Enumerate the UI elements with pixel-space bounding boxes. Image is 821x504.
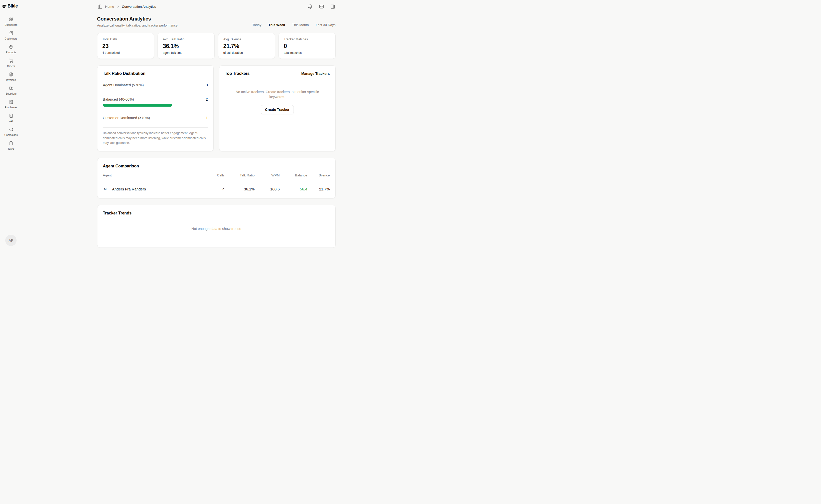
table-row[interactable]: AF Anders Fra Randers 4 36.1% 160.6 56.4…: [103, 181, 330, 193]
column-header-silence: Silence: [307, 173, 330, 177]
user-avatar[interactable]: AF: [5, 235, 17, 246]
sidebar-item-campaigns[interactable]: Campaigns: [0, 125, 22, 139]
sidebar-item-suppliers[interactable]: Suppliers: [0, 84, 22, 97]
tab-last-30-days[interactable]: Last 30 Days: [316, 23, 336, 27]
stat-sub: 4 transcribed: [102, 51, 149, 55]
sidebar-nav: Dashboard Customers Products Orders Invo…: [0, 15, 22, 152]
topbar-actions: [307, 4, 336, 10]
top-trackers-title: Top Trackers: [225, 71, 250, 76]
talk-ratio-row-balanced: Balanced (40-60%) 2: [103, 97, 208, 101]
talk-ratio-row-count: 2: [206, 97, 208, 101]
column-header-wpm: WPM: [255, 173, 280, 177]
brand-name: Bikie: [8, 4, 18, 9]
sidebar-item-invoices[interactable]: Invoices: [0, 70, 22, 84]
column-header-talk-ratio: Talk Ratio: [225, 173, 255, 177]
stat-sub: of call duration: [224, 51, 270, 55]
sidebar-item-vat[interactable]: VAT: [0, 111, 22, 125]
sidebar-item-label: Customers: [5, 37, 18, 40]
stat-value: 21.7%: [224, 43, 270, 50]
brand-logo-icon: [2, 4, 7, 9]
topbar: Home Conversation Analytics: [97, 0, 336, 10]
stat-sub: total matches: [284, 51, 330, 55]
top-trackers-card: Top Trackers Manage Trackers No active t…: [219, 65, 336, 151]
sidebar-item-label: Purchases: [5, 106, 17, 109]
sidebar-item-orders[interactable]: Orders: [0, 56, 22, 70]
mail-button[interactable]: [319, 4, 324, 10]
main-content: Home Conversation Analytics: [22, 0, 410, 252]
talk-ratio-row-customer-dominated: Customer Dominated (>70%) 1: [103, 116, 208, 120]
stat-card-avg-silence: Avg. Silence 21.7% of call duration: [218, 33, 275, 59]
page-subtitle: Analyze call quality, talk ratios, and t…: [97, 24, 177, 27]
divider: [103, 127, 208, 128]
sidebar-item-label: VAT: [9, 120, 14, 123]
time-filter-tabs: Today This Week This Month Last 30 Days: [252, 23, 335, 27]
agent-name: Anders Fra Randers: [112, 187, 146, 191]
stat-label: Avg. Silence: [224, 37, 270, 41]
talk-ratio-row-label: Agent Dominated (>70%): [103, 83, 144, 87]
talk-ratio-card: Talk Ratio Distribution Agent Dominated …: [97, 65, 214, 151]
agent-initials-badge: AF: [103, 187, 108, 190]
middle-row: Talk Ratio Distribution Agent Dominated …: [97, 65, 336, 151]
column-header-balance: Balance: [280, 173, 307, 177]
page-header: Conversation Analytics Analyze call qual…: [97, 16, 336, 27]
panel-right-icon: [330, 4, 335, 9]
sidebar-item-products[interactable]: Products: [0, 42, 22, 56]
breadcrumb: Home Conversation Analytics: [97, 4, 156, 10]
stat-card-total-calls: Total Calls 23 4 transcribed: [97, 33, 154, 59]
sidebar-item-customers[interactable]: Customers: [0, 29, 22, 42]
stat-value: 36.1%: [163, 43, 210, 50]
stat-card-avg-talk-ratio: Avg. Talk Ratio 36.1% agent talk time: [157, 33, 215, 59]
talk-ratio-row-count: 0: [206, 83, 208, 87]
breadcrumb-home[interactable]: Home: [105, 5, 114, 9]
cell-balance: 56.4: [280, 187, 307, 191]
sidebar-item-label: Orders: [7, 65, 15, 68]
agent-comparison-card: Agent Comparison Agent Calls Talk Ratio …: [97, 158, 336, 198]
talk-ratio-title: Talk Ratio Distribution: [103, 71, 208, 76]
sidebar: Bikie Dashboard Customers Products Order…: [0, 0, 22, 252]
dashboard-grid-icon: [9, 17, 13, 22]
stat-value: 0: [284, 43, 330, 50]
sidebar-item-label: Suppliers: [6, 92, 17, 95]
sidebar-item-label: Products: [6, 51, 16, 54]
cell-talk-ratio: 36.1%: [225, 187, 255, 191]
agent-cell: AF Anders Fra Randers: [103, 187, 202, 191]
top-trackers-empty-text: No active trackers. Create trackers to m…: [230, 89, 325, 100]
tab-today[interactable]: Today: [252, 23, 261, 27]
tracker-trends-title: Tracker Trends: [103, 211, 330, 215]
sidebar-item-purchases[interactable]: Purchases: [0, 97, 22, 111]
cell-silence: 21.7%: [307, 187, 330, 191]
megaphone-icon: [9, 127, 13, 132]
top-trackers-empty-state: No active trackers. Create trackers to m…: [225, 89, 330, 114]
talk-ratio-row-label: Customer Dominated (>70%): [103, 116, 150, 120]
tracker-trends-empty-text: Not enough data to show trends: [103, 215, 330, 242]
stat-label: Total Calls: [102, 37, 149, 41]
manage-trackers-link[interactable]: Manage Trackers: [301, 72, 330, 76]
sidebar-item-dashboard[interactable]: Dashboard: [0, 15, 22, 29]
sidebar-toggle-button[interactable]: [97, 4, 103, 10]
sidebar-item-label: Dashboard: [5, 23, 17, 26]
breadcrumb-current: Conversation Analytics: [122, 5, 156, 9]
chevron-right-icon: [116, 5, 120, 8]
bell-icon: [308, 4, 313, 9]
receipt-icon: [9, 100, 13, 104]
tab-this-week[interactable]: This Week: [268, 23, 285, 27]
tab-this-month[interactable]: This Month: [292, 23, 309, 27]
stat-card-tracker-matches: Tracker Matches 0 total matches: [279, 33, 336, 59]
panel-toggle-button[interactable]: [330, 4, 336, 10]
create-tracker-button[interactable]: Create Tracker: [261, 105, 294, 114]
mail-icon: [319, 4, 324, 9]
balanced-progress-bar: [103, 104, 172, 107]
stats-row: Total Calls 23 4 transcribed Avg. Talk R…: [97, 33, 336, 59]
sidebar-item-tasks[interactable]: Tasks: [0, 139, 22, 152]
shopping-cart-icon: [9, 59, 13, 63]
agent-comparison-table: Agent Calls Talk Ratio WPM Balance Silen…: [103, 173, 330, 193]
package-icon: [9, 45, 13, 49]
column-header-agent: Agent: [103, 173, 202, 177]
notifications-button[interactable]: [307, 4, 313, 10]
sidebar-item-label: Campaigns: [4, 133, 18, 136]
stat-label: Tracker Matches: [284, 37, 330, 41]
stat-sub: agent talk time: [163, 51, 210, 55]
brand-logo[interactable]: Bikie: [2, 4, 18, 9]
sidebar-item-label: Tasks: [8, 147, 15, 150]
talk-ratio-row-agent-dominated: Agent Dominated (>70%) 0: [103, 83, 208, 87]
